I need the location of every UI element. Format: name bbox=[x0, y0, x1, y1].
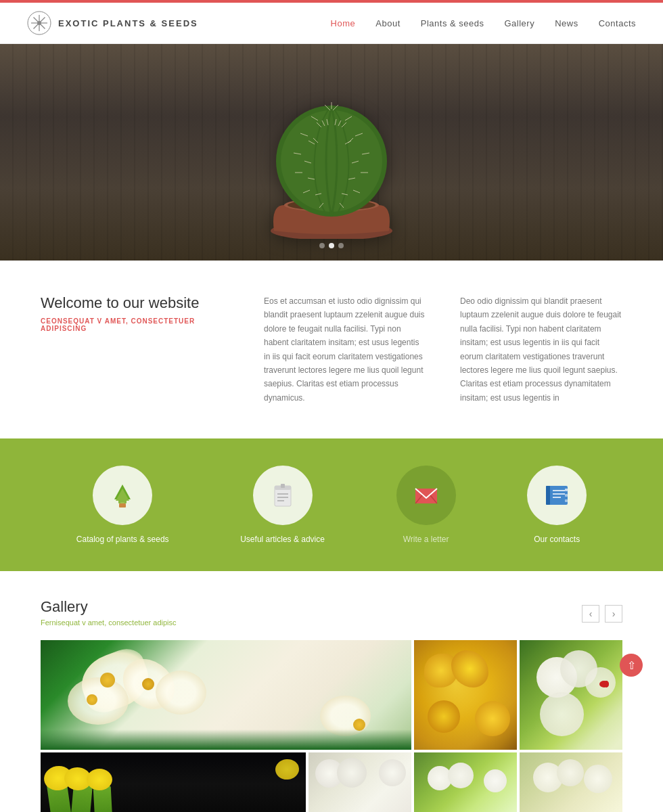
svg-rect-52 bbox=[281, 484, 285, 488]
gallery-title: Gallery bbox=[41, 598, 177, 616]
gallery-top-row bbox=[41, 640, 622, 750]
svg-rect-62 bbox=[565, 494, 568, 497]
plant-icon bbox=[108, 480, 137, 510]
gallery-item-white-daisy[interactable] bbox=[520, 640, 622, 750]
svg-rect-63 bbox=[565, 499, 568, 502]
feature-label-articles: Useful articles & advice bbox=[240, 535, 325, 544]
contacts-icon bbox=[542, 480, 572, 510]
welcome-col1: Eos et accumsan et iusto odio dignissim … bbox=[264, 294, 426, 405]
welcome-col2: Deo odio dignissim qui blandit praesent … bbox=[460, 294, 622, 405]
feature-plants[interactable]: Catalog of plants & seeds bbox=[76, 466, 169, 544]
gallery-bottom-row bbox=[41, 752, 622, 812]
feature-letter[interactable]: Write a letter bbox=[396, 466, 456, 544]
email-icon bbox=[411, 480, 441, 510]
feature-circle-plants bbox=[93, 466, 152, 525]
nav-gallery[interactable]: Gallery bbox=[504, 18, 534, 28]
welcome-section: Welcome to our website CEONSEQUAT V AMET… bbox=[0, 261, 663, 438]
logo-text: EXOTIC PLANTS & SEEDS bbox=[58, 18, 198, 28]
gallery-header: Gallery Fernisequat v amet, consectetuer… bbox=[41, 598, 622, 627]
scroll-top-button[interactable]: ⇧ bbox=[620, 654, 643, 677]
logo-icon bbox=[27, 11, 51, 35]
hero-dot[interactable] bbox=[338, 243, 344, 248]
feature-label-plants: Catalog of plants & seeds bbox=[76, 535, 169, 544]
notepad-icon bbox=[268, 480, 298, 510]
nav-about[interactable]: About bbox=[375, 18, 400, 28]
gallery-item-large[interactable] bbox=[41, 640, 411, 750]
gallery-next-button[interactable]: › bbox=[605, 605, 622, 623]
feature-circle-letter bbox=[396, 466, 456, 525]
svg-point-10 bbox=[281, 110, 382, 212]
gallery-subtitle: Fernisequat v amet, consectetuer adipisc bbox=[41, 618, 177, 627]
nav-plants-seeds[interactable]: Plants & seeds bbox=[421, 18, 484, 28]
gallery-nav: ‹ › bbox=[582, 605, 622, 623]
gallery-prev-button[interactable]: ‹ bbox=[582, 605, 599, 623]
hero-dot-active[interactable] bbox=[329, 243, 334, 248]
nav-home[interactable]: Home bbox=[331, 18, 356, 28]
feature-label-letter: Write a letter bbox=[403, 535, 449, 544]
gallery-item-white-bouquet[interactable] bbox=[520, 752, 622, 812]
hero-dot[interactable] bbox=[319, 243, 325, 248]
welcome-left: Welcome to our website CEONSEQUAT V AMET… bbox=[41, 294, 230, 405]
hero-cactus bbox=[237, 63, 426, 242]
gallery-section: Gallery Fernisequat v amet, consectetuer… bbox=[0, 571, 663, 812]
gallery-title-group: Gallery Fernisequat v amet, consectetuer… bbox=[41, 598, 177, 627]
welcome-subtitle: CEONSEQUAT V AMET, CONSECTETUER ADIPISCI… bbox=[41, 317, 230, 332]
nav-news[interactable]: News bbox=[555, 18, 578, 28]
svg-rect-61 bbox=[565, 489, 568, 491]
feature-articles[interactable]: Useful articles & advice bbox=[240, 466, 325, 544]
svg-point-5 bbox=[37, 21, 41, 25]
svg-rect-57 bbox=[546, 486, 550, 505]
main-nav: Home About Plants & seeds Gallery News C… bbox=[331, 18, 636, 28]
logo[interactable]: EXOTIC PLANTS & SEEDS bbox=[27, 11, 198, 35]
nav-contacts[interactable]: Contacts bbox=[599, 18, 636, 28]
features-section: Catalog of plants & seeds Useful article… bbox=[0, 438, 663, 571]
feature-contacts[interactable]: Our contacts bbox=[527, 466, 587, 544]
feature-circle-articles bbox=[253, 466, 313, 525]
hero-section bbox=[0, 44, 663, 261]
site-header: EXOTIC PLANTS & SEEDS Home About Plants … bbox=[0, 3, 663, 44]
hero-dots bbox=[319, 243, 344, 248]
gallery-item-white-roses[interactable] bbox=[308, 752, 411, 812]
gallery-item-daffodils[interactable] bbox=[41, 752, 306, 812]
gallery-item-white-flowers2[interactable] bbox=[414, 752, 517, 812]
feature-label-contacts: Our contacts bbox=[534, 535, 580, 544]
welcome-title: Welcome to our website bbox=[41, 294, 230, 312]
feature-circle-contacts bbox=[527, 466, 587, 525]
gallery-item-yellow-roses[interactable] bbox=[414, 640, 517, 750]
svg-rect-46 bbox=[119, 503, 126, 508]
